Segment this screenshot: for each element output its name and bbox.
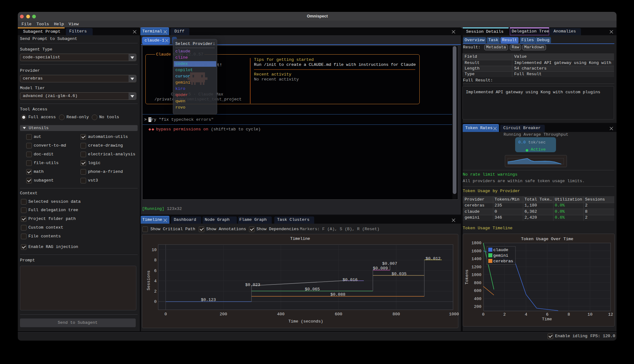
svg-text:$0.012: $0.012 (426, 256, 441, 261)
svg-text:gemini: gemini (493, 253, 508, 258)
svg-text:cerebras: cerebras (493, 259, 513, 264)
svg-text:0: 0 (482, 312, 485, 317)
svg-text:1800: 1800 (471, 241, 481, 245)
svg-text:$0.016: $0.016 (343, 278, 358, 282)
svg-text:600: 600 (474, 289, 481, 293)
svg-text:600: 600 (335, 312, 342, 317)
svg-text:4: 4 (154, 279, 157, 284)
svg-text:$0.088: $0.088 (330, 292, 345, 297)
svg-text:$0.007: $0.007 (382, 261, 397, 266)
svg-text:200: 200 (220, 312, 227, 317)
svg-text:2: 2 (154, 289, 157, 294)
svg-text:8: 8 (154, 258, 157, 263)
svg-text:800: 800 (474, 281, 481, 285)
svg-text:12: 12 (608, 312, 613, 317)
svg-text:6: 6 (546, 312, 549, 317)
svg-text:$0.009: $0.009 (373, 266, 388, 271)
svg-text:Time (seconds): Time (seconds) (288, 319, 323, 324)
svg-text:1600: 1600 (471, 249, 481, 254)
svg-text:1200: 1200 (471, 265, 481, 269)
svg-text:4: 4 (525, 312, 527, 317)
svg-text:2: 2 (503, 312, 506, 317)
svg-text:800: 800 (393, 312, 400, 317)
svg-text:0: 0 (154, 299, 157, 304)
svg-text:$0.123: $0.123 (201, 298, 216, 302)
svg-text:1000: 1000 (449, 312, 459, 317)
svg-text:400: 400 (474, 297, 481, 301)
svg-text:claude: claude (493, 248, 508, 252)
svg-text:1400: 1400 (471, 257, 481, 261)
svg-text:Sessions: Sessions (146, 270, 151, 290)
svg-text:Time: Time (542, 317, 552, 322)
svg-text:200: 200 (474, 304, 481, 309)
svg-text:$0.065: $0.065 (305, 287, 320, 292)
svg-text:1000: 1000 (471, 273, 481, 277)
svg-text:400: 400 (277, 312, 285, 317)
svg-text:10: 10 (152, 248, 157, 252)
svg-text:10: 10 (588, 312, 593, 317)
svg-text:$0.023: $0.023 (245, 283, 260, 287)
svg-text:0: 0 (164, 312, 167, 317)
svg-text:6: 6 (154, 269, 157, 273)
svg-text:Tokens: Tokens (465, 269, 469, 284)
svg-text:$0.035: $0.035 (392, 272, 407, 276)
svg-text:8: 8 (568, 312, 570, 317)
